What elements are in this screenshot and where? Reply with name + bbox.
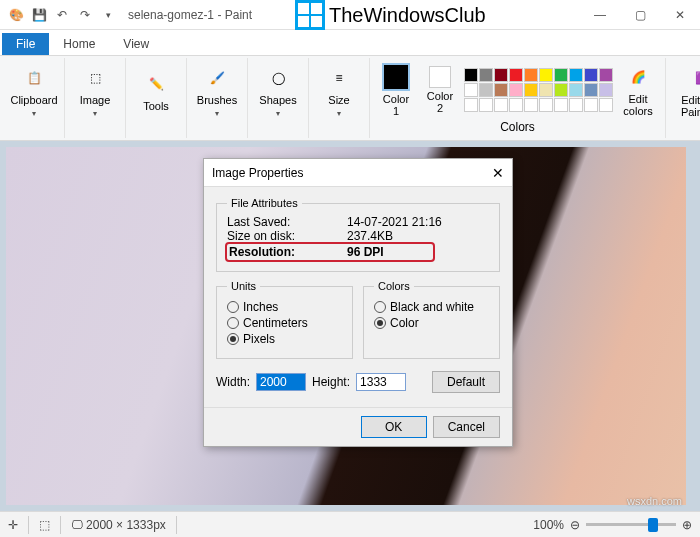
palette-swatch[interactable] [599, 98, 613, 112]
palette-swatch[interactable] [464, 98, 478, 112]
palette-swatch[interactable] [584, 68, 598, 82]
zoom-out-button[interactable]: ⊖ [570, 518, 580, 532]
palette-swatch[interactable] [539, 98, 553, 112]
pencil-icon: ✏️ [142, 70, 170, 98]
color2-button[interactable]: Color 2 [420, 62, 460, 118]
palette-swatch[interactable] [599, 83, 613, 97]
watermark-text: TheWindowsClub [329, 4, 486, 27]
palette-swatch[interactable] [479, 98, 493, 112]
edit-colors-button[interactable]: 🌈Edit colors [617, 62, 659, 118]
size-on-disk-label: Size on disk: [227, 229, 347, 243]
dimensions-icon: 🖵 [71, 518, 83, 532]
radio-icon [227, 333, 239, 345]
palette-swatch[interactable] [494, 68, 508, 82]
close-button[interactable]: ✕ [660, 0, 700, 30]
width-input[interactable] [256, 373, 306, 391]
palette-swatch[interactable] [524, 68, 538, 82]
color2-label: Color 2 [427, 90, 453, 114]
palette-swatch[interactable] [479, 83, 493, 97]
resolution-label: Resolution: [229, 245, 347, 259]
default-button[interactable]: Default [432, 371, 500, 393]
paint3d-label: Edit with Paint 3D [681, 94, 700, 118]
palette-swatch[interactable] [524, 98, 538, 112]
resolution-value: 96 DPI [347, 245, 384, 259]
units-pixels-radio[interactable]: Pixels [227, 332, 342, 346]
palette-swatch[interactable] [509, 83, 523, 97]
clipboard-button[interactable]: 📋Clipboard [10, 58, 58, 124]
dialog-title: Image Properties [212, 166, 303, 180]
palette-swatch[interactable] [569, 83, 583, 97]
paint3d-button[interactable]: 🟪Edit with Paint 3D [672, 58, 700, 124]
palette-swatch[interactable] [569, 98, 583, 112]
colors-group-label: Colors [500, 120, 535, 134]
last-saved-label: Last Saved: [227, 215, 347, 229]
zoom-slider[interactable] [586, 523, 676, 526]
palette-swatch[interactable] [464, 68, 478, 82]
palette-swatch[interactable] [464, 83, 478, 97]
palette-swatch[interactable] [554, 83, 568, 97]
undo-icon[interactable]: ↶ [52, 5, 72, 25]
palette-swatch[interactable] [479, 68, 493, 82]
palette-swatch[interactable] [554, 68, 568, 82]
app-icon[interactable]: 🎨 [6, 5, 26, 25]
palette-swatch[interactable] [554, 98, 568, 112]
palette-swatch[interactable] [494, 98, 508, 112]
shapes-button[interactable]: ◯Shapes [254, 58, 302, 124]
palette-swatch[interactable] [524, 83, 538, 97]
colors-color-radio[interactable]: Color [374, 316, 489, 330]
clipboard-label: Clipboard [10, 94, 57, 106]
save-icon[interactable]: 💾 [29, 5, 49, 25]
maximize-button[interactable]: ▢ [620, 0, 660, 30]
colors-group: Color 1 Color 2 🌈Edit colors Colors [370, 58, 666, 138]
palette-swatch[interactable] [584, 83, 598, 97]
palette-swatch[interactable] [584, 98, 598, 112]
color-palette[interactable] [464, 68, 613, 112]
zoom-in-button[interactable]: ⊕ [682, 518, 692, 532]
brushes-button[interactable]: 🖌️Brushes [193, 58, 241, 124]
palette-swatch[interactable] [494, 83, 508, 97]
palette-swatch[interactable] [539, 83, 553, 97]
units-centimeters-radio[interactable]: Centimeters [227, 316, 342, 330]
paint3d-group: 🟪Edit with Paint 3D [666, 58, 700, 138]
units-fieldset: Units Inches Centimeters Pixels [216, 280, 353, 359]
clipboard-group: 📋Clipboard [4, 58, 65, 138]
palette-swatch[interactable] [539, 68, 553, 82]
color1-button[interactable]: Color 1 [376, 62, 416, 118]
ok-button[interactable]: OK [361, 416, 427, 438]
palette-swatch[interactable] [509, 68, 523, 82]
palette-swatch[interactable] [509, 98, 523, 112]
cursor-position-icon: ✛ [8, 518, 18, 532]
dialog-titlebar[interactable]: Image Properties ✕ [204, 159, 512, 187]
size-button[interactable]: ≡Size [315, 58, 363, 124]
units-inches-radio[interactable]: Inches [227, 300, 342, 314]
cancel-button[interactable]: Cancel [433, 416, 500, 438]
file-tab[interactable]: File [2, 33, 49, 55]
zoom-thumb[interactable] [648, 518, 658, 532]
tools-button[interactable]: ✏️Tools [132, 58, 180, 124]
units-legend: Units [227, 280, 260, 292]
units-inches-label: Inches [243, 300, 278, 314]
qat-dropdown-icon[interactable]: ▾ [98, 5, 118, 25]
tools-group: ✏️Tools [126, 58, 187, 138]
color1-label: Color 1 [383, 93, 409, 117]
colors-fieldset: Colors Black and white Color [363, 280, 500, 359]
radio-icon [374, 301, 386, 313]
clipboard-icon: 📋 [20, 64, 48, 92]
height-input[interactable] [356, 373, 406, 391]
view-tab[interactable]: View [109, 33, 163, 55]
palette-swatch[interactable] [569, 68, 583, 82]
colors-bw-label: Black and white [390, 300, 474, 314]
redo-icon[interactable]: ↷ [75, 5, 95, 25]
minimize-button[interactable]: — [580, 0, 620, 30]
dialog-close-button[interactable]: ✕ [492, 165, 504, 181]
home-tab[interactable]: Home [49, 33, 109, 55]
palette-swatch[interactable] [599, 68, 613, 82]
brushes-label: Brushes [197, 94, 237, 106]
image-group: ⬚Image [65, 58, 126, 138]
image-button[interactable]: ⬚Image [71, 58, 119, 124]
status-bar: ✛ ⬚ 🖵 2000 × 1333px 100% ⊖ ⊕ [0, 511, 700, 537]
colors-bw-radio[interactable]: Black and white [374, 300, 489, 314]
tools-label: Tools [143, 100, 169, 112]
image-properties-dialog: Image Properties ✕ File Attributes Last … [203, 158, 513, 447]
size-on-disk-value: 237.4KB [347, 229, 393, 243]
